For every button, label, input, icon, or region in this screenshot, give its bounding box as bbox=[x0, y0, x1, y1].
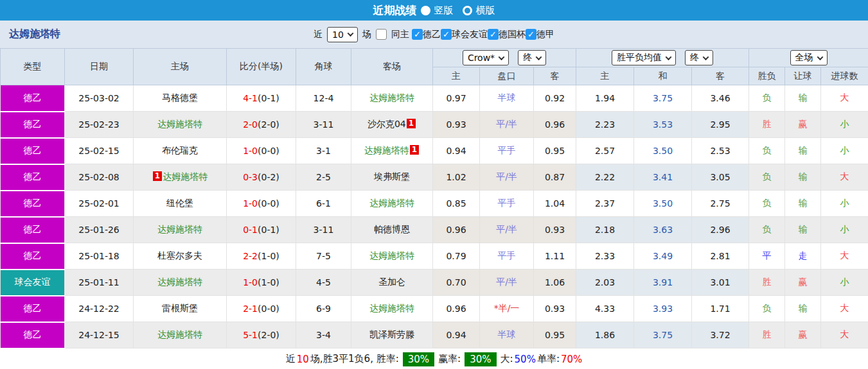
summary-segment-9: 70% bbox=[561, 354, 582, 365]
avg-odds-select[interactable]: 胜平负均值 bbox=[612, 50, 676, 65]
avg-home-cell: 2.33 bbox=[576, 243, 634, 270]
handicap-cell: 平手 bbox=[480, 138, 534, 164]
odds-home-cell: 1.02 bbox=[433, 164, 480, 191]
league-type-cell: 德乙 bbox=[1, 191, 65, 217]
away-team-cell: 圣加仑 bbox=[351, 270, 433, 296]
odds-select-group: Crow* 终 bbox=[433, 49, 576, 67]
odds-away-cell: 0.96 bbox=[534, 112, 576, 138]
vertical-layout-label[interactable]: 竖版 bbox=[434, 4, 454, 17]
avg-home-cell: 2.57 bbox=[576, 138, 634, 164]
horizontal-layout-radio[interactable] bbox=[463, 6, 472, 15]
team-name-text: 达姆施塔特 bbox=[369, 303, 414, 313]
team-name-text: 圣加仑 bbox=[378, 277, 405, 287]
away-team-cell: 达姆施塔特 bbox=[351, 191, 433, 217]
summary-segment-4: 赢率: bbox=[438, 353, 461, 365]
league-checkbox-2[interactable]: ✓ bbox=[488, 29, 499, 40]
score-cell: 2-2(1-0) bbox=[227, 243, 296, 270]
corner-cell: 3-4 bbox=[296, 322, 351, 348]
match-row: 德乙25-02-01纽伦堡1-0(0-0)6-1达姆施塔特0.85平手1.042… bbox=[1, 191, 868, 217]
league-type-cell: 德乙 bbox=[1, 164, 65, 191]
avg-away-cell: 3.46 bbox=[692, 85, 749, 112]
odds-home-cell: 0.96 bbox=[433, 296, 480, 322]
team-name-text: 达姆施塔特 bbox=[364, 145, 409, 155]
corner-cell: 2-5 bbox=[296, 164, 351, 191]
avg-final-select[interactable]: 终 bbox=[685, 50, 713, 65]
match-row: 德乙24-12-15达姆施塔特5-1(2-0)3-4凯泽斯劳滕0.94半球0.9… bbox=[1, 322, 868, 348]
team-name-text: 纽伦堡 bbox=[166, 198, 193, 208]
league-checkbox-0[interactable]: ✓ bbox=[412, 29, 423, 40]
league-label-2: 德国杯 bbox=[499, 29, 526, 40]
result-cell: 负 bbox=[749, 138, 785, 164]
score-cell: 0-1(0-1) bbox=[227, 217, 296, 243]
horizontal-layout-label[interactable]: 横版 bbox=[476, 4, 495, 17]
league-checkbox-1[interactable]: ✓ bbox=[441, 29, 452, 40]
goals-cell: 大 bbox=[821, 243, 868, 270]
odds-home-cell: 0.94 bbox=[433, 138, 480, 164]
red-card-badge: 1 bbox=[153, 171, 162, 181]
chevron-down-icon bbox=[817, 54, 823, 60]
avg-away-cell: 2.81 bbox=[692, 243, 749, 270]
home-team-cell: 达姆施塔特 bbox=[134, 112, 227, 138]
summary-segment-0: 近 bbox=[286, 353, 296, 365]
odds-company-select[interactable]: Crow* bbox=[463, 50, 509, 65]
handicap-result-cell: 输 bbox=[785, 217, 821, 243]
score-cell: 1-0(0-0) bbox=[227, 191, 296, 217]
league-checkbox-3[interactable]: ✓ bbox=[526, 29, 536, 40]
handicap-cell: 半球 bbox=[480, 322, 534, 348]
avg-draw-cell: 3.93 bbox=[634, 296, 692, 322]
handicap-result-cell: 输 bbox=[785, 85, 821, 112]
avg-away-cell: 3.72 bbox=[692, 322, 749, 348]
avg-away-cell: 2.96 bbox=[692, 217, 749, 243]
avg-select-group: 胜平负均值 终 bbox=[576, 49, 749, 67]
match-row: 德乙24-12-22雷根斯堡2-1(0-0)6-9达姆施塔特0.96*半/一0.… bbox=[1, 296, 868, 322]
match-date: 24-12-22 bbox=[65, 296, 134, 322]
match-date: 25-01-18 bbox=[65, 243, 134, 270]
odds-final-select[interactable]: 终 bbox=[518, 50, 546, 65]
match-row: 球会友谊25-01-11达姆施塔特1-0(1-0)4-5圣加仑0.70平/半1.… bbox=[1, 270, 868, 296]
odds-away-cell: 0.92 bbox=[534, 85, 576, 112]
same-home-checkbox[interactable] bbox=[376, 29, 387, 40]
match-date: 25-02-23 bbox=[65, 112, 134, 138]
score-cell: 2-0(2-0) bbox=[227, 112, 296, 138]
match-row: 德乙25-01-26达姆施塔特0-1(0-1)3-11帕德博恩0.96平/半0.… bbox=[1, 217, 868, 243]
col-header-avg-draw: 和 bbox=[634, 67, 692, 85]
col-header-home: 主场 bbox=[134, 49, 227, 85]
handicap-cell: 平/半 bbox=[480, 217, 534, 243]
col-header-score: 比分(半场) bbox=[227, 49, 296, 85]
avg-draw-cell: 3.49 bbox=[634, 243, 692, 270]
handicap-cell: 平/半 bbox=[480, 164, 534, 191]
match-row: 德乙25-02-081达姆施塔特0-3(0-2)2-5埃弗斯堡1.02平/半0.… bbox=[1, 164, 868, 191]
goals-cell: 小 bbox=[821, 191, 868, 217]
home-team-cell: 杜塞尔多夫 bbox=[134, 243, 227, 270]
result-cell: 负 bbox=[749, 164, 785, 191]
corner-cell: 7-5 bbox=[296, 243, 351, 270]
match-date: 25-02-08 bbox=[65, 164, 134, 191]
team-name: 达姆施塔特 bbox=[9, 28, 60, 41]
avg-away-cell: 2.53 bbox=[692, 138, 749, 164]
score-cell: 1-0(1-0) bbox=[227, 270, 296, 296]
handicap-cell: 平手 bbox=[480, 191, 534, 217]
avg-home-cell: 4.33 bbox=[576, 296, 634, 322]
handicap-cell: 平/半 bbox=[480, 112, 534, 138]
odds-home-cell: 0.79 bbox=[433, 243, 480, 270]
odds-away-cell: 0.95 bbox=[534, 138, 576, 164]
home-team-cell: 马格德堡 bbox=[134, 85, 227, 112]
col-header-odds-home: 主 bbox=[433, 67, 480, 85]
red-card-badge: 1 bbox=[407, 119, 416, 128]
league-type-cell: 德乙 bbox=[1, 296, 65, 322]
score-cell: 1-0(0-0) bbox=[227, 138, 296, 164]
avg-home-cell: 2.23 bbox=[576, 112, 634, 138]
away-team-cell: 达姆施塔特 bbox=[351, 243, 433, 270]
vertical-layout-radio[interactable] bbox=[421, 6, 430, 15]
match-row: 德乙25-02-15布伦瑞克1-0(0-0)3-1达姆施塔特10.94平手0.9… bbox=[1, 138, 868, 164]
result-cell: 负 bbox=[749, 296, 785, 322]
team-name-text: 布伦瑞克 bbox=[162, 145, 198, 155]
recent-count-select[interactable]: 10 bbox=[327, 27, 358, 42]
handicap-cell: 平/半 bbox=[480, 270, 534, 296]
goals-scope-select[interactable]: 全场 bbox=[790, 50, 828, 65]
same-home-label: 同主 bbox=[391, 29, 409, 40]
col-header-handicap-result: 让球 bbox=[785, 67, 821, 85]
col-header-away: 客场 bbox=[351, 49, 433, 85]
col-header-odds-handicap: 盘口 bbox=[480, 67, 534, 85]
col-header-result: 胜负 bbox=[749, 67, 785, 85]
